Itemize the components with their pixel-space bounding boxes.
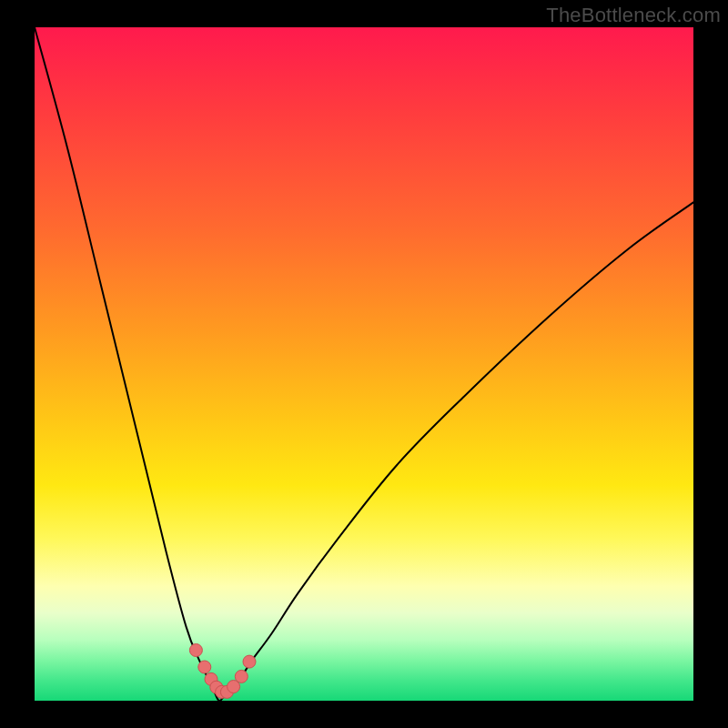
- chart-svg: [35, 27, 693, 701]
- sample-dot: [189, 644, 202, 657]
- plot-area: [35, 27, 693, 701]
- sample-dot: [235, 670, 248, 682]
- outer-frame: TheBottleneck.com: [0, 0, 728, 728]
- sample-dot: [243, 655, 256, 668]
- watermark-text: TheBottleneck.com: [546, 4, 721, 27]
- bottleneck-curve: [35, 27, 693, 701]
- sample-dot: [198, 661, 211, 673]
